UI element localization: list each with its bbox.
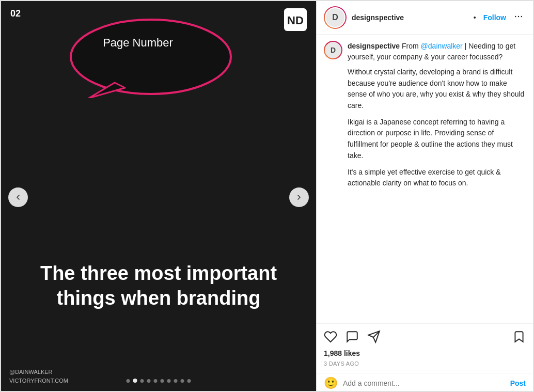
- logo-icon: ND: [284, 8, 307, 31]
- emoji-button[interactable]: 🙂: [324, 378, 338, 389]
- svg-text:ND: ND: [287, 14, 304, 27]
- likes-count: 1,988 likes: [324, 347, 526, 359]
- caption-para-3: It's a simple yet effective exercise to …: [348, 167, 526, 189]
- dot-5[interactable]: [161, 379, 164, 383]
- caption-area: D designspective From @dainwalker | Need…: [317, 35, 533, 323]
- prev-slide-button[interactable]: [8, 187, 28, 207]
- svg-point-4: [518, 15, 520, 17]
- caption-para-1: Without crystal clarity, developing a br…: [348, 67, 526, 112]
- follow-button[interactable]: Follow: [483, 13, 506, 22]
- post-image-panel: 02 ND Page Number The three most importa…: [1, 1, 316, 392]
- post-comment-button[interactable]: Post: [510, 379, 526, 387]
- caption-block: D designspective From @dainwalker | Need…: [324, 41, 526, 189]
- dot-6[interactable]: [167, 379, 171, 383]
- post-sidebar: D designspective • Follow D designspecti…: [316, 1, 533, 392]
- like-button[interactable]: [324, 328, 337, 347]
- dot-1[interactable]: [133, 379, 137, 383]
- caption-para-2: Ikigai is a Japanese concept referring t…: [348, 117, 526, 162]
- dot-8[interactable]: [181, 379, 184, 383]
- bubble-text-label: Page Number: [42, 36, 233, 50]
- main-slide-text: The three most important things when bra…: [1, 261, 316, 310]
- dot-0[interactable]: [127, 379, 130, 383]
- watermark: @DAINWALKER VICTORYFRONT.COM: [9, 368, 68, 385]
- svg-point-3: [515, 15, 516, 17]
- dot-7[interactable]: [174, 379, 178, 383]
- caption-username[interactable]: designspective: [348, 42, 400, 50]
- slide-dots: [127, 379, 191, 383]
- profile-avatar-ring[interactable]: D: [324, 6, 347, 29]
- caption-from-handle[interactable]: @dainwalker: [421, 42, 463, 50]
- caption-from-label: From: [402, 42, 421, 50]
- more-options-button[interactable]: [511, 9, 526, 26]
- dot-2[interactable]: [140, 379, 144, 383]
- share-button[interactable]: [367, 328, 381, 347]
- dot-separator: •: [474, 13, 476, 22]
- caption-avatar-letter: D: [331, 46, 336, 54]
- caption-intro: designspective From @dainwalker | Needin…: [348, 41, 526, 62]
- bookmark-button[interactable]: [512, 328, 526, 347]
- action-icons: [324, 328, 526, 347]
- page-number: 02: [10, 8, 21, 19]
- caption-avatar[interactable]: D: [324, 41, 342, 59]
- svg-point-2: [71, 20, 231, 94]
- caption-paragraphs: Without crystal clarity, developing a br…: [348, 67, 526, 189]
- comment-bar: 🙂 Post: [317, 373, 533, 392]
- svg-point-5: [521, 15, 523, 17]
- next-slide-button[interactable]: [289, 187, 309, 207]
- actions-bar: 1,988 likes 3 DAYS AGO: [317, 323, 533, 373]
- avatar-letter: D: [326, 8, 344, 27]
- time-ago: 3 DAYS AGO: [324, 359, 526, 371]
- dot-3[interactable]: [147, 379, 151, 383]
- comment-input[interactable]: [343, 379, 505, 387]
- header-username[interactable]: designspective: [352, 13, 466, 22]
- dot-4[interactable]: [154, 379, 158, 383]
- post-header: D designspective • Follow: [317, 1, 533, 35]
- speech-bubble: [42, 15, 233, 100]
- comment-button[interactable]: [345, 328, 359, 347]
- dot-9[interactable]: [187, 379, 191, 383]
